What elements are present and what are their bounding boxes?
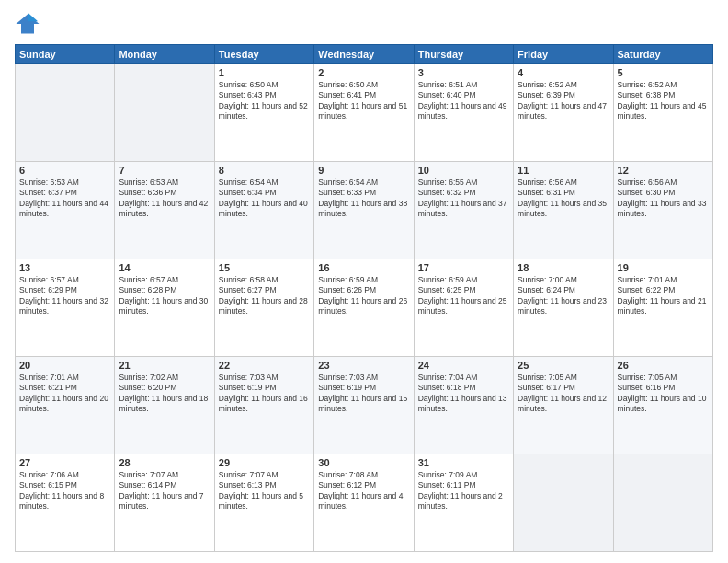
day-info: Sunrise: 7:02 AMSunset: 6:20 PMDaylight:…: [119, 373, 210, 415]
day-number: 25: [518, 360, 609, 371]
weekday-header-tuesday: Tuesday: [214, 45, 313, 64]
day-number: 13: [19, 262, 110, 273]
calendar-cell: 16Sunrise: 6:59 AMSunset: 6:26 PMDayligh…: [314, 259, 414, 357]
calendar-cell: 29Sunrise: 7:07 AMSunset: 6:13 PMDayligh…: [214, 454, 313, 552]
day-number: 27: [19, 457, 110, 468]
day-number: 29: [219, 457, 310, 468]
calendar-cell: 30Sunrise: 7:08 AMSunset: 6:12 PMDayligh…: [314, 454, 414, 552]
calendar-cell: 23Sunrise: 7:03 AMSunset: 6:19 PMDayligh…: [314, 357, 414, 454]
day-number: 31: [418, 457, 509, 468]
day-info: Sunrise: 7:00 AMSunset: 6:24 PMDaylight:…: [518, 275, 609, 317]
weekday-header-monday: Monday: [115, 45, 214, 64]
day-number: 22: [219, 360, 310, 371]
day-info: Sunrise: 7:05 AMSunset: 6:17 PMDaylight:…: [518, 373, 609, 415]
day-number: 23: [318, 360, 409, 371]
header: [15, 11, 713, 37]
day-info: Sunrise: 6:56 AMSunset: 6:30 PMDaylight:…: [618, 178, 709, 220]
weekday-header-sunday: Sunday: [16, 45, 115, 64]
calendar-cell: 26Sunrise: 7:05 AMSunset: 6:16 PMDayligh…: [613, 357, 712, 454]
day-number: 5: [618, 67, 709, 78]
day-info: Sunrise: 7:08 AMSunset: 6:12 PMDaylight:…: [318, 470, 409, 512]
day-info: Sunrise: 6:59 AMSunset: 6:25 PMDaylight:…: [418, 275, 509, 317]
day-number: 20: [19, 360, 110, 371]
calendar-cell: 15Sunrise: 6:58 AMSunset: 6:27 PMDayligh…: [214, 259, 313, 357]
calendar-cell: 13Sunrise: 6:57 AMSunset: 6:29 PMDayligh…: [16, 259, 115, 357]
calendar-page: SundayMondayTuesdayWednesdayThursdayFrid…: [0, 0, 728, 563]
calendar-cell: 18Sunrise: 7:00 AMSunset: 6:24 PMDayligh…: [514, 259, 613, 357]
svg-marker-1: [28, 12, 38, 21]
calendar-cell: 27Sunrise: 7:06 AMSunset: 6:15 PMDayligh…: [16, 454, 115, 552]
day-info: Sunrise: 6:58 AMSunset: 6:27 PMDaylight:…: [219, 275, 310, 317]
calendar-cell: 28Sunrise: 7:07 AMSunset: 6:14 PMDayligh…: [115, 454, 214, 552]
calendar-cell: 1Sunrise: 6:50 AMSunset: 6:43 PMDaylight…: [214, 64, 313, 162]
day-number: 17: [418, 262, 509, 273]
logo-icon: [15, 11, 40, 37]
day-number: 18: [518, 262, 609, 273]
calendar-cell: [16, 64, 115, 162]
calendar-cell: 11Sunrise: 6:56 AMSunset: 6:31 PMDayligh…: [514, 162, 613, 259]
day-info: Sunrise: 6:53 AMSunset: 6:36 PMDaylight:…: [119, 178, 210, 220]
day-info: Sunrise: 7:04 AMSunset: 6:18 PMDaylight:…: [418, 373, 509, 415]
day-info: Sunrise: 6:54 AMSunset: 6:33 PMDaylight:…: [318, 178, 409, 220]
calendar-cell: 4Sunrise: 6:52 AMSunset: 6:39 PMDaylight…: [514, 64, 613, 162]
day-info: Sunrise: 6:51 AMSunset: 6:40 PMDaylight:…: [418, 80, 509, 122]
day-number: 7: [119, 165, 210, 176]
weekday-header-row: SundayMondayTuesdayWednesdayThursdayFrid…: [16, 45, 713, 64]
day-info: Sunrise: 6:55 AMSunset: 6:32 PMDaylight:…: [418, 178, 509, 220]
day-info: Sunrise: 6:59 AMSunset: 6:26 PMDaylight:…: [318, 275, 409, 317]
calendar-week-row: 27Sunrise: 7:06 AMSunset: 6:15 PMDayligh…: [16, 454, 713, 552]
day-number: 24: [418, 360, 509, 371]
logo: [15, 11, 44, 37]
calendar-cell: 8Sunrise: 6:54 AMSunset: 6:34 PMDaylight…: [214, 162, 313, 259]
day-number: 15: [219, 262, 310, 273]
calendar-cell: 2Sunrise: 6:50 AMSunset: 6:41 PMDaylight…: [314, 64, 414, 162]
weekday-header-saturday: Saturday: [613, 45, 712, 64]
day-number: 28: [119, 457, 210, 468]
day-info: Sunrise: 6:57 AMSunset: 6:29 PMDaylight:…: [19, 275, 110, 317]
day-number: 30: [318, 457, 409, 468]
day-number: 8: [219, 165, 310, 176]
day-info: Sunrise: 6:56 AMSunset: 6:31 PMDaylight:…: [518, 178, 609, 220]
weekday-header-friday: Friday: [514, 45, 613, 64]
calendar-cell: 7Sunrise: 6:53 AMSunset: 6:36 PMDaylight…: [115, 162, 214, 259]
day-info: Sunrise: 7:01 AMSunset: 6:22 PMDaylight:…: [618, 275, 709, 317]
day-info: Sunrise: 7:03 AMSunset: 6:19 PMDaylight:…: [219, 373, 310, 415]
day-number: 26: [618, 360, 709, 371]
calendar-week-row: 1Sunrise: 6:50 AMSunset: 6:43 PMDaylight…: [16, 64, 713, 162]
calendar-cell: [115, 64, 214, 162]
calendar-cell: 21Sunrise: 7:02 AMSunset: 6:20 PMDayligh…: [115, 357, 214, 454]
day-info: Sunrise: 6:52 AMSunset: 6:38 PMDaylight:…: [618, 80, 709, 122]
day-info: Sunrise: 7:05 AMSunset: 6:16 PMDaylight:…: [618, 373, 709, 415]
day-number: 2: [318, 67, 409, 78]
calendar-cell: 20Sunrise: 7:01 AMSunset: 6:21 PMDayligh…: [16, 357, 115, 454]
day-info: Sunrise: 6:50 AMSunset: 6:41 PMDaylight:…: [318, 80, 409, 122]
calendar-cell: 19Sunrise: 7:01 AMSunset: 6:22 PMDayligh…: [613, 259, 712, 357]
calendar-cell: 31Sunrise: 7:09 AMSunset: 6:11 PMDayligh…: [414, 454, 513, 552]
day-info: Sunrise: 7:03 AMSunset: 6:19 PMDaylight:…: [318, 373, 409, 415]
calendar-cell: 5Sunrise: 6:52 AMSunset: 6:38 PMDaylight…: [613, 64, 712, 162]
day-number: 10: [418, 165, 509, 176]
day-info: Sunrise: 6:50 AMSunset: 6:43 PMDaylight:…: [219, 80, 310, 122]
calendar-week-row: 20Sunrise: 7:01 AMSunset: 6:21 PMDayligh…: [16, 357, 713, 454]
day-info: Sunrise: 6:53 AMSunset: 6:37 PMDaylight:…: [19, 178, 110, 220]
calendar-cell: [514, 454, 613, 552]
day-number: 9: [318, 165, 409, 176]
day-info: Sunrise: 7:07 AMSunset: 6:14 PMDaylight:…: [119, 470, 210, 512]
day-number: 14: [119, 262, 210, 273]
calendar-week-row: 13Sunrise: 6:57 AMSunset: 6:29 PMDayligh…: [16, 259, 713, 357]
calendar-week-row: 6Sunrise: 6:53 AMSunset: 6:37 PMDaylight…: [16, 162, 713, 259]
day-info: Sunrise: 6:54 AMSunset: 6:34 PMDaylight:…: [219, 178, 310, 220]
day-number: 6: [19, 165, 110, 176]
day-number: 19: [618, 262, 709, 273]
day-number: 11: [518, 165, 609, 176]
day-number: 1: [219, 67, 310, 78]
calendar-table: SundayMondayTuesdayWednesdayThursdayFrid…: [15, 44, 713, 552]
calendar-cell: 10Sunrise: 6:55 AMSunset: 6:32 PMDayligh…: [414, 162, 513, 259]
day-info: Sunrise: 7:07 AMSunset: 6:13 PMDaylight:…: [219, 470, 310, 512]
day-info: Sunrise: 6:57 AMSunset: 6:28 PMDaylight:…: [119, 275, 210, 317]
day-info: Sunrise: 7:09 AMSunset: 6:11 PMDaylight:…: [418, 470, 509, 512]
day-number: 4: [518, 67, 609, 78]
calendar-cell: [613, 454, 712, 552]
weekday-header-wednesday: Wednesday: [314, 45, 414, 64]
day-number: 16: [318, 262, 409, 273]
